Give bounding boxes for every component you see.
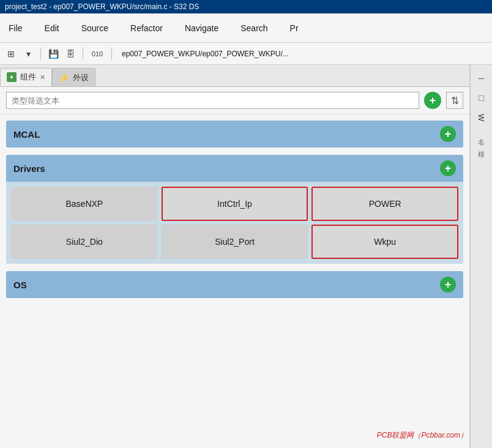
add-component-button[interactable]: + [424,92,441,109]
section-drivers: Drivers + BaseNXP IntCtrl_Ip POWER Siul2… [6,155,463,264]
toolbar-save-icon[interactable]: 💾 [46,47,61,61]
tab-peripherals[interactable]: ⚡ 外设 [52,68,95,86]
section-os-header: OS + [6,271,463,298]
main-area: ♦ 组件 ✕ ⚡ 外设 + ⇅ MCAL + [0,65,492,448]
tab-components-label: 组件 [20,72,36,83]
right-panel-label[interactable]: W [477,109,486,126]
menu-file[interactable]: File [5,21,26,35]
title-bar-text: project_test2 - ep007_POWER_WKPU/src/mai… [5,2,199,11]
toolbar-separator-1 [40,48,41,60]
component-wkpu[interactable]: Wkpu [311,225,458,259]
menu-search[interactable]: Search [237,21,271,35]
menu-navigate[interactable]: Navigate [181,21,222,35]
right-panel-label2[interactable]: 名 [477,129,486,138]
right-panel-maximize-icon[interactable]: □ [473,89,490,106]
menu-refactor[interactable]: Refactor [127,21,166,35]
drivers-grid: BaseNXP IntCtrl_Ip POWER Siul2_Dio Siul2… [6,182,463,264]
toolbar-separator-3 [111,48,112,60]
right-panel-minimize-icon[interactable]: ─ [473,70,490,87]
tab-bar: ♦ 组件 ✕ ⚡ 外设 [0,65,469,87]
toolbar-binary-icon[interactable]: 010 [88,47,106,61]
title-bar: project_test2 - ep007_POWER_WKPU/src/mai… [0,0,492,13]
component-power[interactable]: POWER [311,187,458,221]
section-os: OS + [6,271,463,298]
component-siul2-dio[interactable]: Siul2_Dio [11,225,158,259]
tab-components-close[interactable]: ✕ [40,73,45,81]
filter-area: + ⇅ [0,87,469,114]
toolbar-grid-icon[interactable]: ⊞ [4,47,18,61]
menu-source[interactable]: Source [78,21,112,35]
section-os-title: OS [13,280,27,290]
toolbar-dropdown-icon[interactable]: ▾ [21,47,35,61]
section-mcal-title: MCAL [13,129,40,140]
component-siul2-port[interactable]: Siul2_Port [162,225,308,259]
toolbar-path: ep007_POWER_WKPU/ep007_POWER_WKPU/... [122,50,488,58]
right-panel: ─ □ W 名 模 [470,65,492,448]
component-tree: MCAL + Drivers + BaseNXP IntCtrl_Ip POWE… [0,114,469,448]
section-drivers-add-button[interactable]: + [440,160,456,176]
section-drivers-title: Drivers [13,163,45,174]
toolbar-save-all-icon[interactable]: 🗄 [63,47,78,61]
section-mcal-add-button[interactable]: + [440,126,456,142]
components-icon: ♦ [7,72,17,82]
component-basenxp[interactable]: BaseNXP [11,187,158,221]
section-os-add-button[interactable]: + [440,277,456,293]
toolbar-separator-2 [83,48,83,60]
menu-bar: File Edit Source Refactor Navigate Searc… [0,13,492,43]
right-panel-label3[interactable]: 模 [477,141,486,151]
toolbar: ⊞ ▾ 💾 🗄 010 ep007_POWER_WKPU/ep007_POWER… [0,43,492,65]
tab-components[interactable]: ♦ 组件 ✕ [0,68,52,86]
menu-pr[interactable]: Pr [286,21,302,35]
sort-button[interactable]: ⇅ [446,92,463,109]
usb-icon: ⚡ [59,73,69,83]
left-panel: ♦ 组件 ✕ ⚡ 外设 + ⇅ MCAL + [0,65,470,448]
watermark: PCB联盟网（Pcbbar.com） [377,430,468,441]
menu-edit[interactable]: Edit [41,21,63,35]
filter-input[interactable] [6,92,419,109]
section-drivers-header: Drivers + [6,155,463,182]
component-intctrl-ip[interactable]: IntCtrl_Ip [162,187,308,221]
section-mcal-header: MCAL + [6,121,463,147]
section-mcal: MCAL + [6,121,463,147]
tab-peripherals-label: 外设 [73,72,89,83]
